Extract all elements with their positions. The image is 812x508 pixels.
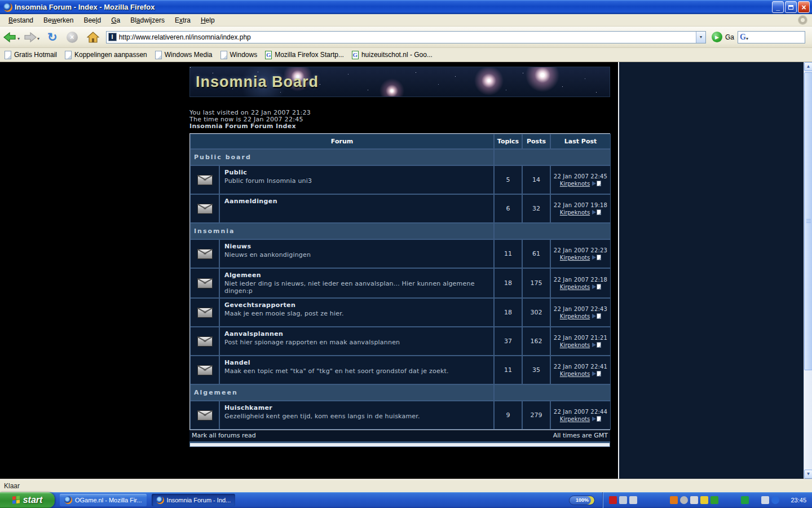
posts-count: 32 xyxy=(522,194,550,223)
minimize-button[interactable]: _ xyxy=(772,1,784,13)
avast-icon[interactable] xyxy=(731,496,739,504)
goto-post-icon[interactable] xyxy=(597,255,601,260)
network-offline-icon[interactable] xyxy=(629,496,637,504)
forum-description: Maak je een mooie slag, post ze hier. xyxy=(224,310,489,317)
forum-link[interactable]: Huischkamer xyxy=(224,404,489,411)
mute-icon[interactable] xyxy=(680,496,688,504)
category-label[interactable]: Insomnia xyxy=(190,223,494,239)
menu-item[interactable]: Bewerken xyxy=(38,15,78,26)
taskbar-clock[interactable]: 23:45 xyxy=(791,497,806,503)
menu-item[interactable]: Bladwijzers xyxy=(125,15,170,26)
forum-link[interactable]: Algemeen xyxy=(224,271,489,279)
goto-post-icon[interactable] xyxy=(597,313,601,319)
lastpost-author-link[interactable]: Kirpeknots xyxy=(560,181,590,187)
bookmark-icon xyxy=(155,51,162,59)
home-button[interactable] xyxy=(87,32,99,43)
msn-icon[interactable] xyxy=(751,496,759,504)
scroll-down-button[interactable]: ▼ xyxy=(804,470,812,479)
forum-link[interactable]: Nieuws xyxy=(224,243,489,250)
search-input[interactable]: G ▾ xyxy=(738,31,805,43)
bluetooth-icon[interactable] xyxy=(771,496,779,504)
goto-arrow-icon xyxy=(592,314,596,318)
lastpost-author-link[interactable]: Kirpeknots xyxy=(560,284,590,290)
stop-button[interactable]: × xyxy=(67,32,78,43)
messenger-icon[interactable] xyxy=(700,496,708,504)
forum-index-link[interactable]: Insomnia Forum Forum Index xyxy=(189,123,311,130)
url-dropdown-button[interactable]: ▾ xyxy=(696,32,705,43)
category-row-spacer xyxy=(494,223,611,239)
volume-icon[interactable] xyxy=(670,496,678,504)
mark-forums-read-link[interactable]: Mark all forums read xyxy=(192,432,256,439)
taskbar-task-button[interactable]: Insomnia Forum - Ind... xyxy=(152,494,236,506)
go-button[interactable]: ▶ Ga xyxy=(712,32,734,42)
battery-meter[interactable]: 100% xyxy=(569,496,595,505)
system-tray xyxy=(603,492,786,508)
throbber-icon xyxy=(798,15,807,25)
menu-item[interactable]: Extra xyxy=(170,15,196,26)
scroll-up-button[interactable]: ▲ xyxy=(804,62,812,71)
minimized-indicator-icon[interactable] xyxy=(639,496,647,504)
menu-item[interactable]: Help xyxy=(196,15,220,26)
bookmark-item[interactable]: Koppelingen aanpassen xyxy=(65,51,147,59)
norton-icon[interactable] xyxy=(721,496,729,504)
category-label[interactable]: Public board xyxy=(190,149,494,165)
forum-link[interactable]: Handel xyxy=(224,359,489,366)
envelope-icon xyxy=(197,204,213,214)
taskbar-task-button[interactable]: OGame.nl - Mozilla Fir... xyxy=(60,494,147,506)
forum-link[interactable]: Public xyxy=(224,169,489,176)
bookmark-icon xyxy=(220,51,227,59)
lastpost-cell: 22 Jan 2007 22:44 Kirpeknots xyxy=(550,401,611,430)
lastpost-author-link[interactable]: Kirpeknots xyxy=(560,342,590,348)
lastpost-author-link[interactable]: Kirpeknots xyxy=(560,371,590,377)
goto-post-icon[interactable] xyxy=(597,284,601,290)
bookmark-item[interactable]: Gratis Hotmail xyxy=(5,51,57,59)
forum-link[interactable]: Aanmeldingen xyxy=(224,198,489,205)
forum-page: Insomnia Board You last visited on 22 Ja… xyxy=(189,67,610,447)
forum-link[interactable]: Aanvalsplannen xyxy=(224,330,489,338)
power-scheme-icon[interactable] xyxy=(741,496,749,504)
lastpost-author-link[interactable]: Kirpeknots xyxy=(560,255,590,261)
goto-post-icon[interactable] xyxy=(597,416,601,422)
cpu-frequency-icon[interactable] xyxy=(660,496,668,504)
alert-icon[interactable] xyxy=(690,496,698,504)
address-bar[interactable]: I http://www.relativeren.nl/insomnia/ind… xyxy=(106,31,706,43)
forum-link[interactable]: Gevechtsrapporten xyxy=(224,301,489,309)
bookmark-icon xyxy=(65,51,72,59)
goto-post-icon[interactable] xyxy=(597,342,601,348)
bookmark-item[interactable]: Windows xyxy=(220,51,258,59)
stats-icon[interactable] xyxy=(761,496,769,504)
category-label[interactable]: Algemeen xyxy=(190,384,494,401)
close-button[interactable]: × xyxy=(798,1,810,13)
ati-icon[interactable] xyxy=(609,496,617,504)
lastpost-author-link[interactable]: Kirpeknots xyxy=(560,313,590,319)
search-engine-dropdown-icon[interactable]: ▾ xyxy=(746,36,748,41)
bookmark-item[interactable]: G huizeuitschot.nl - Goo... xyxy=(352,51,433,59)
vertical-scrollbar[interactable]: ▲ ▼ xyxy=(804,62,812,479)
scrollbar-thumb[interactable] xyxy=(804,72,812,370)
forward-dropdown-icon[interactable]: ▾ xyxy=(37,36,39,41)
forward-button[interactable]: ▾ xyxy=(23,32,41,43)
menu-item[interactable]: Beeld xyxy=(78,15,106,26)
back-button[interactable]: ▾ xyxy=(3,32,21,43)
reload-button[interactable]: ↻ xyxy=(47,32,58,43)
title-bar[interactable]: Insomnia Forum - Index - Mozilla Firefox… xyxy=(0,0,812,14)
goto-post-icon[interactable] xyxy=(597,209,601,215)
menu-item[interactable]: Bestand xyxy=(3,15,38,26)
webcam-icon[interactable] xyxy=(710,496,718,504)
bookmark-item[interactable]: Windows Media xyxy=(155,51,213,59)
status-bar: Klaar xyxy=(0,479,812,492)
menu-item[interactable]: Ga xyxy=(106,15,125,26)
lastpost-author-link[interactable]: Kirpeknots xyxy=(560,416,590,422)
url-input[interactable]: http://www.relativeren.nl/insomnia/index… xyxy=(119,33,696,41)
goto-post-icon[interactable] xyxy=(597,181,601,186)
start-button[interactable]: start xyxy=(0,492,55,508)
bookmark-item[interactable]: G Mozilla Firefox Startp... xyxy=(265,51,344,59)
windows-flag-icon xyxy=(12,496,20,504)
lastpost-author-link[interactable]: Kirpeknots xyxy=(560,209,590,216)
flag-icon[interactable] xyxy=(650,496,657,504)
lastpost-date: 22 Jan 2007 22:45 xyxy=(554,173,607,179)
display-settings-icon[interactable] xyxy=(619,496,627,504)
goto-post-icon[interactable] xyxy=(597,371,601,376)
back-dropdown-icon[interactable]: ▾ xyxy=(17,36,20,41)
restore-button[interactable] xyxy=(785,1,797,13)
